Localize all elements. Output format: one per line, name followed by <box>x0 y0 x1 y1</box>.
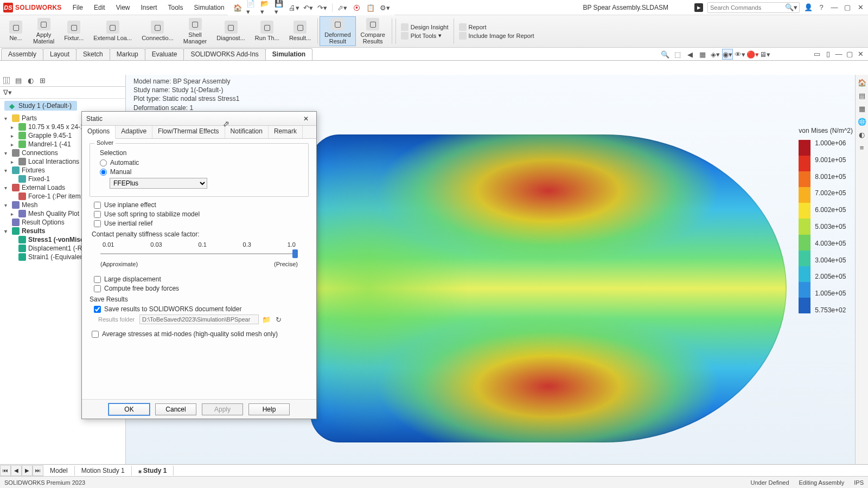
undo-icon[interactable]: ↶▾ <box>303 3 314 12</box>
freebody-checkbox[interactable]: Compute free body forces <box>94 285 309 292</box>
nav-last-icon[interactable]: ⏭ <box>33 465 43 476</box>
filter-icon[interactable]: ∇▾ <box>3 88 12 97</box>
search-dropdown-icon[interactable]: ▾ <box>794 3 797 12</box>
search-input[interactable] <box>710 4 785 11</box>
ribbon-btn-0[interactable]: ▢Ne... <box>3 16 28 46</box>
design-insight-button[interactable]: Design Insight <box>401 23 449 31</box>
ribbon-btn-6[interactable]: ▢Diagnost... <box>212 16 250 46</box>
cancel-button[interactable]: Cancel <box>155 403 196 415</box>
save-icon[interactable]: 💾▾ <box>275 3 285 12</box>
nav-next-icon[interactable]: ▶ <box>22 465 33 476</box>
taskpane-appearances-icon[interactable]: ◐ <box>858 130 866 139</box>
open-icon[interactable]: 📂▾ <box>260 3 271 12</box>
ribbon-btn-2[interactable]: ▢Fixtur... <box>59 16 88 46</box>
ribbon-btn-7[interactable]: ▢Run Th... <box>250 16 284 46</box>
browse-folder-icon[interactable]: 📁 <box>262 315 271 324</box>
menu-file[interactable]: File <box>68 2 87 14</box>
solver-manual-radio[interactable]: Manual <box>100 168 303 176</box>
taskpane-explorer-icon[interactable]: 🌐 <box>858 117 866 126</box>
tab-simulation[interactable]: Simulation <box>265 48 312 60</box>
prev-view-icon[interactable]: ◀ <box>685 49 695 60</box>
bottom-tab-motion-study-1[interactable]: Motion Study 1 <box>75 466 132 476</box>
tab-sketch[interactable]: Sketch <box>76 48 110 60</box>
section-view-icon[interactable]: ▦ <box>697 49 708 60</box>
menu-insert[interactable]: Insert <box>137 2 162 14</box>
config-tree-icon[interactable]: ▤ <box>14 76 23 85</box>
close-icon[interactable]: ✕ <box>856 3 865 12</box>
nav-first-icon[interactable]: ⏮ <box>0 465 11 476</box>
tab-layout[interactable]: Layout <box>43 48 76 60</box>
menu-simulation[interactable]: Simulation <box>190 2 229 14</box>
inplane-checkbox[interactable]: Use inplane effect <box>94 201 309 209</box>
ribbon-btn-8[interactable]: ▢Result... <box>284 16 316 46</box>
menu-tools[interactable]: Tools <box>164 2 188 14</box>
restore-icon[interactable]: ▢ <box>843 3 852 12</box>
zoom-fit-icon[interactable]: 🔍 <box>660 49 671 60</box>
plot-tools-button[interactable]: Plot Tools ▾ <box>401 32 449 40</box>
dialog-tab-notification[interactable]: Notification <box>225 126 269 138</box>
scene-icon[interactable]: 🖥▾ <box>760 49 770 60</box>
tab-solidworks-add-ins[interactable]: SOLIDWORKS Add-Ins <box>183 48 265 60</box>
pane-min-icon[interactable]: — <box>834 49 843 58</box>
feature-tree-icon[interactable]: ⿲ <box>2 76 11 85</box>
ribbon-btn-5[interactable]: ▢Shell Manager <box>178 16 212 46</box>
softspring-checkbox[interactable]: Use soft spring to stabilize model <box>94 210 309 218</box>
options-icon[interactable]: 📋 <box>365 3 376 12</box>
help-button[interactable]: Help <box>248 403 290 415</box>
slider-thumb[interactable] <box>292 249 298 258</box>
tab-assembly[interactable]: Assembly <box>1 48 43 60</box>
inertial-checkbox[interactable]: Use inertial relief <box>94 220 309 227</box>
dialog-close-button[interactable]: ✕ <box>300 114 312 124</box>
taskpane-resources-icon[interactable]: ▤ <box>858 91 866 100</box>
solver-auto-radio[interactable]: Automatic <box>100 159 303 166</box>
report-button[interactable]: Report <box>459 23 534 31</box>
sim-tree-icon[interactable]: ⊞ <box>38 76 47 85</box>
cmd-prompt-icon[interactable]: ▸ <box>694 3 703 12</box>
new-icon[interactable]: 📄▾ <box>246 3 257 12</box>
view-orient-icon[interactable]: ◈▾ <box>710 49 720 60</box>
search-icon[interactable]: 🔍 <box>785 3 794 12</box>
home-icon[interactable]: 🏠 <box>232 3 243 12</box>
dialog-tab-adaptive[interactable]: Adaptive <box>116 126 152 138</box>
menu-edit[interactable]: Edit <box>90 2 110 14</box>
ribbon-btn-1[interactable]: ▢Apply Material <box>28 16 59 46</box>
menu-view[interactable]: View <box>112 2 135 14</box>
bottom-tab-model[interactable]: Model <box>43 466 75 476</box>
ribbon-btn-9[interactable]: ▢Deformed Result <box>320 16 355 46</box>
rebuild-icon[interactable]: ⦿ <box>351 3 362 12</box>
nav-prev-icon[interactable]: ◀ <box>11 465 22 476</box>
pane-close-icon[interactable]: ✕ <box>856 49 865 58</box>
apply-button[interactable]: Apply <box>202 403 243 415</box>
print-icon[interactable]: 🖨▾ <box>289 3 299 12</box>
largedisp-checkbox[interactable]: Large displacement <box>94 275 309 283</box>
appearance-icon[interactable]: 🔴▾ <box>747 49 758 60</box>
ribbon-btn-10[interactable]: ▢Compare Results <box>356 16 390 46</box>
taskpane-library-icon[interactable]: ▦ <box>858 104 866 113</box>
solver-select[interactable]: FFEPlus <box>110 178 207 189</box>
refresh-folder-icon[interactable]: ↻ <box>274 315 283 324</box>
display-tree-icon[interactable]: ◐ <box>26 76 35 85</box>
avg-stress-checkbox[interactable]: Average stresses at mid-nodes (high-qual… <box>92 330 309 338</box>
pane-split-v-icon[interactable]: ▯ <box>824 49 832 58</box>
taskpane-properties-icon[interactable]: ≡ <box>858 143 866 152</box>
minimize-icon[interactable]: — <box>830 3 839 12</box>
pane-split-h-icon[interactable]: ▭ <box>813 49 821 58</box>
save-to-doc-checkbox[interactable]: Save results to SOLIDWORKS document fold… <box>94 305 309 313</box>
dialog-tab-flow-thermal-effects[interactable]: Flow/Thermal Effects <box>152 126 225 138</box>
dialog-tab-remark[interactable]: Remark <box>269 126 303 138</box>
hide-show-icon[interactable]: 👁▾ <box>735 49 745 60</box>
redo-icon[interactable]: ↷▾ <box>317 3 328 12</box>
pane-max-icon[interactable]: ▢ <box>845 49 854 58</box>
select-icon[interactable]: ⬀▾ <box>337 3 348 12</box>
dialog-titlebar[interactable]: Static ✕ <box>82 112 316 126</box>
bottom-tab-study-1[interactable]: ⁎ Study 1 <box>132 466 174 476</box>
tab-markup[interactable]: Markup <box>110 48 145 60</box>
display-style-icon[interactable]: ◉▾ <box>722 49 733 60</box>
search-commands[interactable]: 🔍 ▾ <box>707 2 800 13</box>
ribbon-btn-3[interactable]: ▢External Loa... <box>88 16 137 46</box>
tab-evaluate[interactable]: Evaluate <box>145 48 184 60</box>
include-image-button[interactable]: Include Image for Report <box>459 32 534 40</box>
user-icon[interactable]: 👤 <box>804 3 813 12</box>
ribbon-btn-4[interactable]: ▢Connectio... <box>137 16 178 46</box>
settings-icon[interactable]: ⚙▾ <box>379 3 390 12</box>
